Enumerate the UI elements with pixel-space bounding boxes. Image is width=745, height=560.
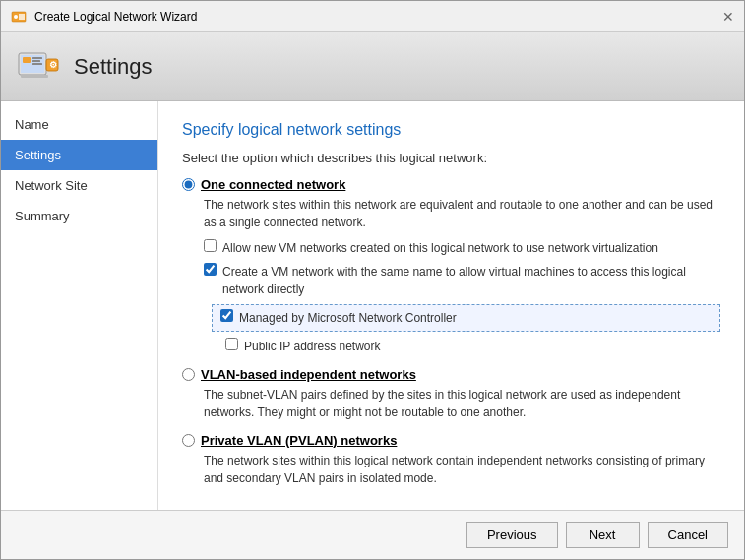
checkbox-create-vm[interactable] — [204, 263, 217, 276]
checkbox-managed-ms-label[interactable]: Managed by Microsoft Network Controller — [239, 309, 457, 327]
sidebar-item-network-site[interactable]: Network Site — [1, 170, 157, 201]
svg-rect-8 — [32, 57, 42, 59]
checkbox-allow-new-vm-label[interactable]: Allow new VM networks created on this lo… — [222, 239, 658, 257]
option-one-connected: One connected network The network sites … — [182, 177, 720, 355]
svg-text:⚙: ⚙ — [49, 60, 57, 70]
main-content: Specify logical network settings Select … — [158, 101, 744, 510]
checkbox-public-ip-row: Public IP address network — [225, 338, 720, 355]
svg-rect-11 — [21, 75, 48, 78]
previous-button[interactable]: Previous — [466, 522, 558, 548]
next-button[interactable]: Next — [566, 522, 640, 548]
checkbox-create-vm-row: Create a VM network with the same name t… — [204, 263, 720, 298]
radio-pvlan-label[interactable]: Private VLAN (PVLAN) networks — [182, 433, 720, 448]
radio-one-connected[interactable] — [182, 178, 195, 191]
vlan-description: The subnet-VLAN pairs defined by the sit… — [204, 386, 720, 421]
footer: Previous Next Cancel — [1, 510, 744, 559]
svg-rect-10 — [32, 63, 42, 65]
sidebar-item-name[interactable]: Name — [1, 109, 157, 140]
wizard-icon — [11, 9, 27, 25]
sidebar-item-summary[interactable]: Summary — [1, 201, 157, 231]
section-title: Specify logical network settings — [182, 121, 720, 139]
content-area: Name Settings Network Site Summary Speci… — [1, 101, 744, 510]
checkbox-allow-new-vm[interactable] — [204, 239, 217, 252]
header-title: Settings — [74, 54, 153, 80]
checkbox-managed-ms[interactable] — [220, 309, 233, 322]
sidebar: Name Settings Network Site Summary — [1, 101, 158, 510]
one-connected-description: The network sites within this network ar… — [204, 196, 720, 231]
svg-rect-7 — [23, 57, 31, 63]
checkbox-create-vm-label[interactable]: Create a VM network with the same name t… — [222, 263, 720, 298]
title-bar: Create Logical Network Wizard ✕ — [1, 1, 744, 32]
header-icon: ⚙ — [17, 45, 60, 89]
radio-vlan-label[interactable]: VLAN-based independent networks — [182, 367, 720, 382]
checkbox-public-ip[interactable] — [225, 338, 238, 350]
checkbox-managed-ms-row: Managed by Microsoft Network Controller — [212, 304, 720, 332]
radio-vlan-text: VLAN-based independent networks — [201, 367, 416, 382]
checkbox-allow-new-vm-row: Allow new VM networks created on this lo… — [204, 239, 720, 257]
title-bar-text: Create Logical Network Wizard — [34, 10, 197, 24]
svg-rect-9 — [32, 60, 40, 62]
sidebar-item-settings[interactable]: Settings — [1, 140, 157, 170]
radio-pvlan[interactable] — [182, 434, 195, 447]
radio-pvlan-text: Private VLAN (PVLAN) networks — [201, 433, 397, 448]
pvlan-description: The network sites within this logical ne… — [204, 452, 720, 487]
option-vlan-based: VLAN-based independent networks The subn… — [182, 367, 720, 421]
svg-point-1 — [14, 15, 18, 19]
close-button[interactable]: ✕ — [722, 10, 734, 24]
radio-one-connected-label[interactable]: One connected network — [182, 177, 720, 192]
dialog-window: Create Logical Network Wizard ✕ ⚙ Settin… — [0, 0, 745, 560]
radio-one-connected-text: One connected network — [201, 177, 345, 192]
title-bar-left: Create Logical Network Wizard — [11, 9, 197, 25]
radio-vlan[interactable] — [182, 368, 195, 381]
checkbox-public-ip-label[interactable]: Public IP address network — [244, 338, 381, 355]
option-pvlan: Private VLAN (PVLAN) networks The networ… — [182, 433, 720, 487]
instruction-text: Select the option which describes this l… — [182, 151, 720, 165]
cancel-button[interactable]: Cancel — [648, 522, 728, 548]
header-banner: ⚙ Settings — [1, 32, 744, 101]
